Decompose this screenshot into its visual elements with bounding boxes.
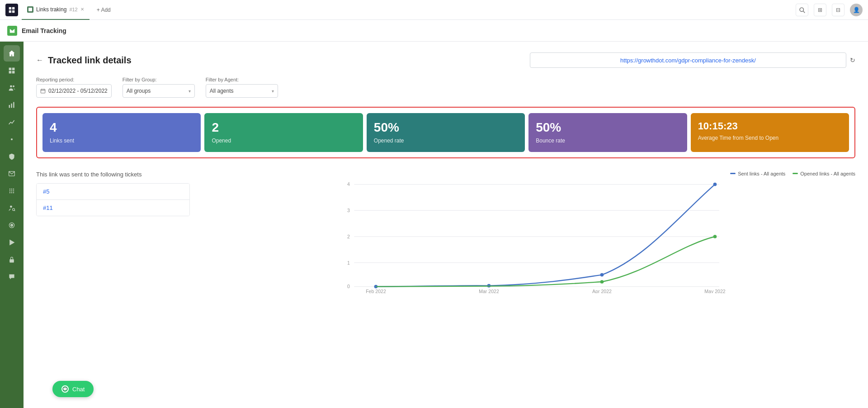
stat-card-links-sent: 4 Links sent <box>42 113 201 152</box>
svg-line-24 <box>14 210 15 211</box>
tickets-title: This link was sent to the following tick… <box>36 171 190 178</box>
svg-point-14 <box>11 189 12 190</box>
sidebar-item-email[interactable] <box>4 166 20 182</box>
sidebar-item-chart-line[interactable] <box>4 114 20 130</box>
tab-title: Links traking <box>36 6 66 13</box>
sidebar <box>0 42 24 408</box>
svg-text:Feb 2022: Feb 2022 <box>366 289 386 293</box>
reporting-period-label: Reporting period: <box>36 77 112 82</box>
svg-text:Mar 2022: Mar 2022 <box>479 289 499 293</box>
stat-card-opened: 2 Opened <box>204 113 363 152</box>
add-tab-btn[interactable]: + Add <box>93 7 114 13</box>
content-area: ← Tracked link details ↻ Reporting perio… <box>24 42 868 408</box>
stat-card-bounce-rate: 50% Bounce rate <box>528 113 687 152</box>
grid-btn[interactable]: ⊟ <box>832 4 844 16</box>
svg-point-13 <box>9 189 10 190</box>
sidebar-item-settings[interactable] <box>4 131 20 147</box>
stat-label-avg-time: Average Time from Send to Open <box>698 135 842 142</box>
chevron-down-icon: ▾ <box>189 89 191 94</box>
refresh-button[interactable]: ↻ <box>850 57 855 64</box>
sidebar-item-people[interactable] <box>4 80 20 96</box>
stat-label-links-sent: Links sent <box>50 138 193 145</box>
sidebar-item-grid[interactable] <box>4 183 20 199</box>
sidebar-item-shield[interactable] <box>4 148 20 165</box>
stat-label-opened-rate: Opened rate <box>374 138 518 145</box>
sidebar-item-dashboard[interactable] <box>4 62 20 79</box>
app-title: Email Tracking <box>22 27 66 34</box>
svg-point-22 <box>10 205 12 208</box>
svg-point-17 <box>11 190 12 191</box>
app-logo <box>5 4 18 16</box>
page-header: ← Tracked link details ↻ <box>36 52 855 68</box>
sidebar-item-lock[interactable] <box>4 251 20 268</box>
ticket-item-5[interactable]: #5 <box>37 184 189 200</box>
reporting-period-filter: Reporting period: 02/12/2022 - 05/12/202… <box>36 77 112 98</box>
agent-filter-select[interactable]: All agents ▾ <box>206 84 278 98</box>
group-filter-select[interactable]: All groups ▾ <box>123 84 195 98</box>
email-tracking-icon <box>7 26 17 36</box>
tickets-panel: This link was sent to the following tick… <box>36 171 190 293</box>
sidebar-item-circle[interactable] <box>4 217 20 233</box>
svg-rect-5 <box>12 71 15 74</box>
user-avatar[interactable]: 👤 <box>850 4 863 16</box>
chevron-down-icon-2: ▾ <box>272 89 274 94</box>
chart-legend: Sent links - All agents Opened links - A… <box>201 171 855 176</box>
chat-button[interactable]: 💬 Chat <box>52 381 94 397</box>
svg-text:1: 1 <box>347 260 350 265</box>
group-filter: Filter by Group: All groups ▾ <box>123 77 195 98</box>
svg-point-16 <box>9 190 10 191</box>
search-btn[interactable] <box>796 4 808 16</box>
back-button[interactable]: ← <box>36 56 43 64</box>
apps-btn[interactable]: ⊞ <box>814 4 826 16</box>
svg-point-11 <box>11 138 13 140</box>
svg-rect-8 <box>9 105 10 108</box>
svg-text:Apr 2022: Apr 2022 <box>592 289 612 293</box>
sidebar-item-person-search[interactable] <box>4 200 20 216</box>
chat-button-label: Chat <box>72 386 85 393</box>
sidebar-item-chart-bar[interactable] <box>4 97 20 113</box>
svg-point-18 <box>13 190 14 191</box>
group-filter-label: Filter by Group: <box>123 77 195 82</box>
svg-rect-3 <box>12 68 15 71</box>
tab-close-btn[interactable]: ✕ <box>80 7 84 12</box>
svg-point-7 <box>13 85 14 87</box>
sidebar-item-chat[interactable] <box>4 269 20 285</box>
active-tab[interactable]: Links traking #12 ✕ <box>22 0 90 20</box>
svg-point-15 <box>13 189 14 190</box>
legend-opened-color <box>793 173 798 174</box>
legend-opened: Opened links - All agents <box>793 171 855 176</box>
sidebar-item-play[interactable] <box>4 234 20 251</box>
svg-text:4: 4 <box>347 181 350 187</box>
topbar: Links traking #12 ✕ + Add ⊞ ⊟ 👤 <box>0 0 868 20</box>
chart-area: 4 3 2 1 0 Feb 2022 Mar 2022 Apr 2022 May… <box>201 180 855 293</box>
sidebar-item-home[interactable] <box>4 45 20 62</box>
stat-value-bounce-rate: 50% <box>536 120 679 135</box>
svg-rect-29 <box>41 89 45 93</box>
main-layout: ← Tracked link details ↻ Reporting perio… <box>0 42 868 408</box>
stat-card-opened-rate: 50% Opened rate <box>367 113 525 152</box>
stats-container: 4 Links sent 2 Opened 50% Opened rate 50… <box>36 107 855 158</box>
chart-panel: Sent links - All agents Opened links - A… <box>201 171 855 293</box>
reporting-period-input[interactable]: 02/12/2022 - 05/12/2022 <box>36 84 112 98</box>
appbar: Email Tracking <box>0 20 868 42</box>
svg-point-6 <box>10 85 12 87</box>
svg-point-52 <box>713 235 717 238</box>
svg-text:May 2022: May 2022 <box>704 289 726 293</box>
filters-row: Reporting period: 02/12/2022 - 05/12/202… <box>36 77 855 98</box>
page-title: Tracked link details <box>48 55 132 66</box>
stat-value-links-sent: 4 <box>50 120 193 135</box>
legend-sent: Sent links - All agents <box>730 171 785 176</box>
url-input[interactable] <box>530 52 846 68</box>
svg-point-23 <box>13 209 15 211</box>
tab-icon <box>27 6 33 13</box>
topbar-actions: ⊞ ⊟ 👤 <box>796 4 863 16</box>
ticket-item-11[interactable]: #11 <box>37 200 189 216</box>
svg-point-21 <box>13 192 14 193</box>
svg-marker-27 <box>9 240 14 246</box>
svg-point-0 <box>800 8 803 11</box>
title-row: ← Tracked link details <box>36 55 132 66</box>
svg-point-49 <box>600 273 604 276</box>
agent-filter: Filter by Agent: All agents ▾ <box>206 77 278 98</box>
tickets-list: #5 #11 <box>36 183 190 216</box>
svg-rect-10 <box>13 102 14 108</box>
